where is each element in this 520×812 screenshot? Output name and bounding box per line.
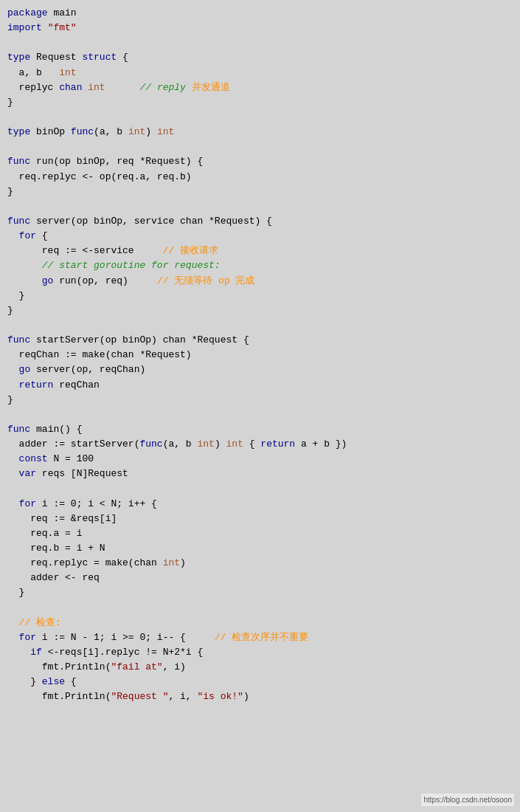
line-14 bbox=[7, 199, 513, 214]
line-29: func main() { bbox=[7, 422, 513, 437]
line-23: func startServer(op binOp) chan *Request… bbox=[7, 333, 513, 348]
line-27: } bbox=[7, 393, 513, 407]
line-15: func server(op binOp, service chan *Requ… bbox=[7, 214, 513, 229]
line-28 bbox=[7, 407, 513, 422]
line-24: reqChan := make(chan *Request) bbox=[7, 348, 513, 362]
code-container: package main import "fmt" type Request s… bbox=[0, 0, 520, 812]
line-22 bbox=[7, 318, 513, 333]
line-4: type Request struct { bbox=[7, 50, 513, 65]
watermark: https://blog.csdn.net/osoon bbox=[421, 794, 514, 807]
line-16: for { bbox=[7, 229, 513, 244]
line-21: } bbox=[7, 303, 513, 318]
line-1: package main bbox=[7, 6, 513, 21]
line-7: } bbox=[7, 95, 513, 110]
line-6: replyc chan int // reply 并发通道 bbox=[7, 80, 513, 95]
line-25: go server(op, reqChan) bbox=[7, 362, 513, 377]
line-26: return reqChan bbox=[7, 378, 513, 393]
line-17: req := <-service // 接收请求 bbox=[7, 244, 513, 258]
line-45: fmt.Println("fail at", i) bbox=[7, 660, 513, 675]
line-46: } else { bbox=[7, 675, 513, 689]
line-2: import "fmt" bbox=[7, 21, 513, 35]
line-19: go run(op, req) // 无须等待 op 完成 bbox=[7, 274, 513, 289]
line-20: } bbox=[7, 289, 513, 303]
line-47: fmt.Println("Request ", i, "is ok!") bbox=[7, 689, 513, 704]
line-12: req.replyc <- op(req.a, req.b) bbox=[7, 170, 513, 185]
line-11: func run(op binOp, req *Request) { bbox=[7, 154, 513, 169]
line-5: a, b int bbox=[7, 66, 513, 80]
line-38: req.replyc = make(chan int) bbox=[7, 556, 513, 571]
line-10 bbox=[7, 140, 513, 154]
line-18: // start goroutine for request: bbox=[7, 258, 513, 273]
line-33 bbox=[7, 482, 513, 497]
line-30: adder := startServer(func(a, b int) int … bbox=[7, 437, 513, 452]
line-31: const N = 100 bbox=[7, 452, 513, 467]
line-42: // 检查: bbox=[7, 616, 513, 630]
line-35: req := &reqs[i] bbox=[7, 512, 513, 526]
line-40: } bbox=[7, 585, 513, 600]
line-32: var reqs [N]Request bbox=[7, 467, 513, 481]
line-44: if <-reqs[i].replyc != N+2*i { bbox=[7, 645, 513, 660]
line-43: for i := N - 1; i >= 0; i-- { // 检查次序并不重… bbox=[7, 630, 513, 645]
line-36: req.a = i bbox=[7, 526, 513, 541]
line-9: type binOp func(a, b int) int bbox=[7, 125, 513, 140]
line-41 bbox=[7, 601, 513, 616]
line-13: } bbox=[7, 185, 513, 199]
line-8 bbox=[7, 110, 513, 125]
line-3 bbox=[7, 35, 513, 50]
line-37: req.b = i + N bbox=[7, 541, 513, 556]
line-39: adder <- req bbox=[7, 571, 513, 585]
line-34: for i := 0; i < N; i++ { bbox=[7, 497, 513, 512]
